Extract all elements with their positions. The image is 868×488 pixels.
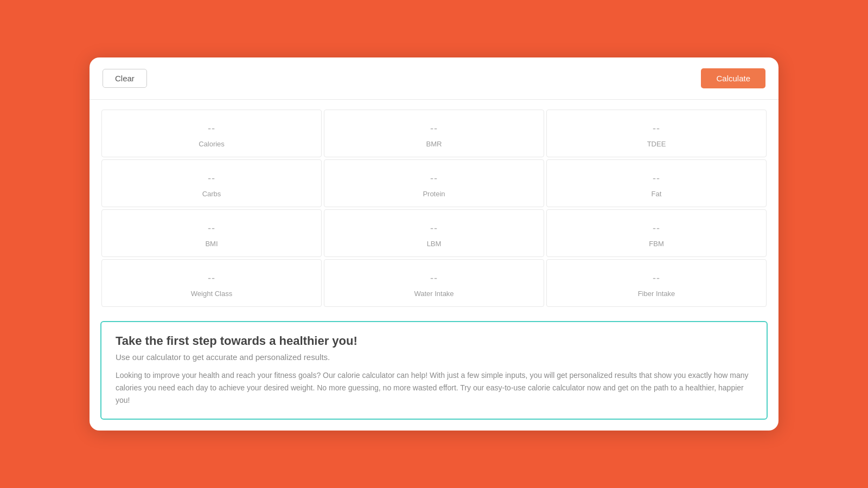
- results-grid: --Calories--BMR--TDEE--Carbs--Protein--F…: [90, 100, 778, 317]
- info-box: Take the first step towards a healthier …: [100, 321, 768, 420]
- toolbar: Clear Calculate: [90, 57, 778, 100]
- result-card-fbm: --FBM: [546, 209, 767, 257]
- result-value-fiber-intake: --: [653, 273, 660, 284]
- info-title: Take the first step towards a healthier …: [116, 334, 752, 348]
- result-label-carbs: Carbs: [202, 190, 221, 198]
- result-value-bmi: --: [208, 223, 215, 234]
- info-body: Looking to improve your health and reach…: [116, 369, 752, 407]
- result-label-bmr: BMR: [426, 140, 442, 148]
- info-subtitle: Use our calculator to get accurate and p…: [116, 352, 752, 362]
- result-value-lbm: --: [430, 223, 438, 234]
- clear-button[interactable]: Clear: [103, 69, 147, 88]
- result-card-protein: --Protein: [324, 159, 544, 207]
- result-label-lbm: LBM: [427, 240, 442, 248]
- result-value-fat: --: [653, 173, 660, 184]
- result-card-water-intake: --Water Intake: [324, 259, 544, 307]
- result-label-fbm: FBM: [649, 240, 663, 248]
- result-value-protein: --: [430, 173, 438, 184]
- result-value-bmr: --: [430, 123, 438, 134]
- result-label-fat: Fat: [652, 190, 662, 198]
- result-card-fiber-intake: --Fiber Intake: [546, 259, 767, 307]
- result-label-water-intake: Water Intake: [414, 290, 454, 298]
- result-label-protein: Protein: [423, 190, 445, 198]
- result-card-carbs: --Carbs: [101, 159, 322, 207]
- result-card-lbm: --LBM: [324, 209, 544, 257]
- result-label-calories: Calories: [199, 140, 225, 148]
- result-card-calories: --Calories: [101, 110, 322, 157]
- app-container: Clear Calculate --Calories--BMR--TDEE--C…: [90, 57, 778, 431]
- result-label-fiber-intake: Fiber Intake: [638, 290, 675, 298]
- result-value-carbs: --: [208, 173, 215, 184]
- result-card-bmi: --BMI: [101, 209, 322, 257]
- result-card-fat: --Fat: [546, 159, 767, 207]
- calculate-button[interactable]: Calculate: [701, 68, 765, 88]
- result-value-tdee: --: [653, 123, 660, 134]
- result-label-bmi: BMI: [205, 240, 218, 248]
- result-label-weight-class: Weight Class: [191, 290, 232, 298]
- result-card-tdee: --TDEE: [546, 110, 767, 157]
- result-card-bmr: --BMR: [324, 110, 544, 157]
- result-value-water-intake: --: [430, 273, 438, 284]
- result-label-tdee: TDEE: [647, 140, 666, 148]
- result-value-weight-class: --: [208, 273, 215, 284]
- result-value-calories: --: [208, 123, 215, 134]
- result-value-fbm: --: [653, 223, 660, 234]
- result-card-weight-class: --Weight Class: [101, 259, 322, 307]
